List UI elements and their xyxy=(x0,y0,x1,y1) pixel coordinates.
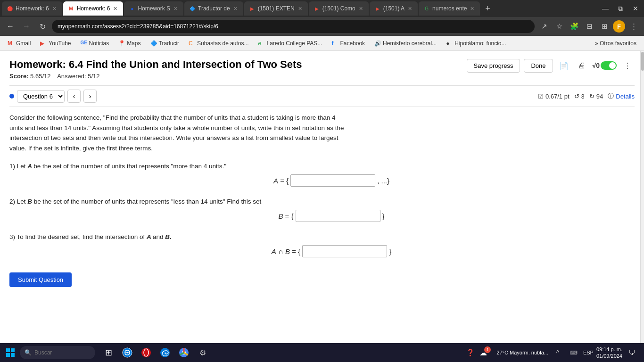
sqrt-switch[interactable] xyxy=(601,61,617,70)
tab-4-label: Traductor de xyxy=(198,5,230,12)
tab-1[interactable]: 🔴 Homework: 6 ✕ xyxy=(2,1,62,16)
toggle-knob xyxy=(609,62,616,69)
details-wrap: ⓘ Details xyxy=(608,92,635,100)
doc-icon[interactable]: 📄 xyxy=(557,58,571,73)
done-button[interactable]: Done xyxy=(524,59,553,73)
grid-view-icon[interactable]: ⊞ xyxy=(598,20,611,33)
more-options-icon[interactable]: ⋮ xyxy=(620,58,635,73)
part1-suffix: , ...} xyxy=(377,177,389,185)
forward-button[interactable]: → xyxy=(20,20,33,33)
tab-4[interactable]: 🔷 Traductor de ✕ xyxy=(184,1,243,16)
laredo-favicon: e xyxy=(258,40,265,47)
noticias-favicon: GE xyxy=(81,40,87,47)
score-line: Score: 5.65/12 Answered: 5/12 xyxy=(9,73,302,80)
bookmark-traducir-label: Traducir xyxy=(159,40,180,47)
bookmark-laredo[interactable]: e Laredo College PAS... xyxy=(255,39,326,48)
tab-8-close[interactable]: ✕ xyxy=(469,5,475,13)
part1-input[interactable] xyxy=(290,174,375,187)
bookmark-youtube[interactable]: ▶ YouTube xyxy=(36,39,74,48)
score-value: 5.65/12 xyxy=(30,73,50,80)
part1-label: 1) Let xyxy=(9,163,26,170)
bookmark-noticias[interactable]: GE Noticias xyxy=(77,39,113,48)
address-input[interactable] xyxy=(52,20,535,33)
menu-icon[interactable]: ⋮ xyxy=(627,20,640,33)
part1-text: be the set of the number of units that r… xyxy=(33,163,226,170)
close-window-button[interactable]: ✕ xyxy=(629,2,642,15)
answered-value: 5/12 xyxy=(88,73,99,80)
tab-3[interactable]: ● Homework S ✕ xyxy=(124,1,183,16)
scrollbar[interactable] xyxy=(640,51,644,343)
tab-5-close[interactable]: ✕ xyxy=(297,5,303,13)
header-actions: Save progress Done 📄 🖨 √0 ⋮ xyxy=(467,58,635,73)
facebook-favicon: f xyxy=(331,40,338,47)
bookmark-gmail[interactable]: M Gmail xyxy=(4,39,34,48)
check-icon: ☑ xyxy=(538,93,544,100)
tab-2-favicon: M xyxy=(68,5,74,12)
next-question-button[interactable]: › xyxy=(83,90,97,103)
bookmark-subastas[interactable]: C Subastas de autos... xyxy=(185,39,252,48)
tab-4-close[interactable]: ✕ xyxy=(232,5,239,13)
part1-math: A = { , ...} xyxy=(28,174,635,187)
tab-3-close[interactable]: ✕ xyxy=(173,5,179,13)
share-icon[interactable]: ↗ xyxy=(537,20,551,33)
tab-7-label: (1501) A xyxy=(383,5,405,12)
part2-input[interactable] xyxy=(296,210,380,222)
part3-var-a: A xyxy=(147,233,153,240)
bookmark-others[interactable]: » Otros favoritos xyxy=(591,39,640,48)
bookmark-traducir[interactable]: 🔷 Traducir xyxy=(147,39,183,48)
bookmark-facebook[interactable]: f Facebook xyxy=(328,39,369,48)
address-icons: ↗ ☆ 🧩 ⊟ ⊞ F ⋮ xyxy=(537,20,640,33)
tab-8-favicon: G xyxy=(423,5,430,12)
submit-question-button[interactable]: Submit Question xyxy=(9,272,72,287)
extensions-icon[interactable]: 🧩 xyxy=(568,20,581,33)
part2-instruction: 2) Let B be the set of the number of uni… xyxy=(9,198,635,205)
profile-avatar[interactable]: F xyxy=(613,20,625,33)
bookmark-hemisferio[interactable]: 🔊 Hemisferio cerebral... xyxy=(371,39,440,48)
reload-button[interactable]: ↻ xyxy=(36,20,49,33)
bookmark-star-icon[interactable]: ☆ xyxy=(553,20,566,33)
part2-text: be the set of the number of units that r… xyxy=(34,198,261,205)
tab-2[interactable]: M Homework: 6 ✕ xyxy=(63,1,124,16)
tab-5-favicon: ▶ xyxy=(249,5,256,12)
question-dropdown[interactable]: Question 6 xyxy=(17,90,65,103)
bookmark-hipotalamo-label: Hipotálamo: funcio... xyxy=(454,40,506,47)
page-title: Homework: 6.4 Find the Union and Interse… xyxy=(9,58,302,71)
part1-instruction: 1) Let A be the set of the number of uni… xyxy=(9,163,635,170)
print-icon[interactable]: 🖨 xyxy=(575,58,589,73)
info-icon: ⓘ xyxy=(608,92,614,100)
tab-1-close[interactable]: ✕ xyxy=(51,5,58,13)
prev-question-button[interactable]: ‹ xyxy=(67,90,81,103)
details-label[interactable]: Details xyxy=(616,93,635,100)
bookmark-gmail-label: Gmail xyxy=(16,40,31,47)
tab-7-close[interactable]: ✕ xyxy=(407,5,413,13)
sidebar-icon[interactable]: ⊟ xyxy=(583,20,596,33)
part2-math: B = { } xyxy=(28,210,635,222)
minimize-button[interactable]: — xyxy=(599,2,612,15)
bookmark-hipotalamo[interactable]: ● Hipotálamo: funcio... xyxy=(442,39,510,48)
new-tab-button[interactable]: + xyxy=(481,2,494,15)
part3-var-b: B. xyxy=(165,233,172,240)
part2-suffix: } xyxy=(382,212,385,220)
tab-2-close[interactable]: ✕ xyxy=(112,5,118,13)
question-dot xyxy=(9,94,14,99)
bookmark-maps[interactable]: 📍 Maps xyxy=(115,39,144,48)
tab-bar: 🔴 Homework: 6 ✕ M Homework: 6 ✕ ● Homewo… xyxy=(0,0,644,17)
maps-favicon: 📍 xyxy=(118,40,125,47)
problem-intro: Consider the following sentence, "Find t… xyxy=(9,113,349,153)
scrollbar-thumb[interactable] xyxy=(641,52,644,71)
tab-2-label: Homework: 6 xyxy=(77,5,110,12)
page-content: Homework: 6.4 Find the Union and Interse… xyxy=(0,51,644,343)
part2-label: 2) Let xyxy=(9,198,26,205)
tab-6-close[interactable]: ✕ xyxy=(358,5,364,13)
restore-button[interactable]: ⧉ xyxy=(614,2,627,15)
back-button[interactable]: ← xyxy=(4,20,17,33)
answered-label: Answered: xyxy=(57,73,86,80)
tab-8[interactable]: G numeros ente ✕ xyxy=(419,1,480,16)
save-progress-button[interactable]: Save progress xyxy=(467,59,520,73)
part2-var: B xyxy=(27,198,34,205)
tab-4-favicon: 🔷 xyxy=(189,5,196,12)
tab-7[interactable]: ▶ (1501) A ✕ xyxy=(370,1,418,16)
part3-input[interactable] xyxy=(302,245,387,257)
tab-5[interactable]: ▶ (1501) EXTEN ✕ xyxy=(244,1,308,16)
tab-6[interactable]: ▶ (1501) Como ✕ xyxy=(309,1,369,16)
